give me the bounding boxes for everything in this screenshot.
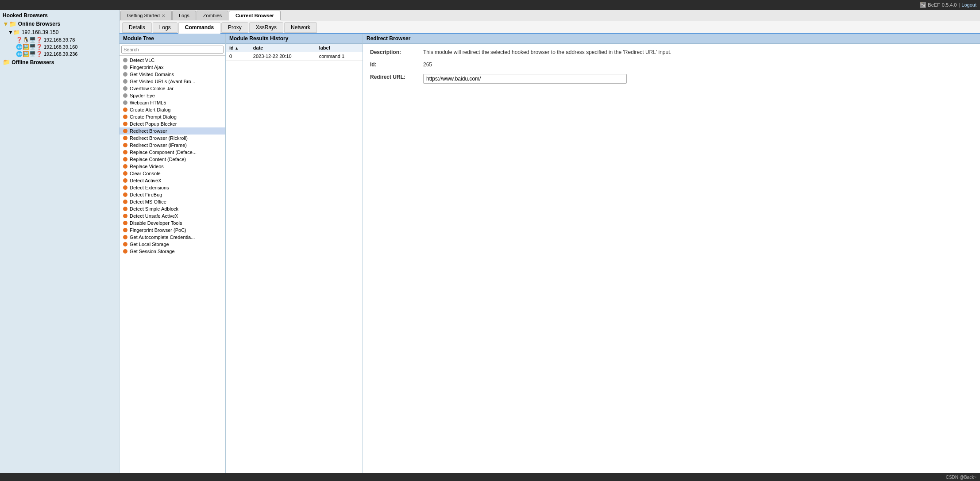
module-item-2[interactable]: Get Visited Domains <box>120 71 225 78</box>
sidebar: Hooked Browsers ▼📁 Online Browsers ▼📁 19… <box>0 10 120 473</box>
module-item-23[interactable]: Disable Developer Tools <box>120 219 225 227</box>
module-label-19: Detect FireBug <box>130 192 162 197</box>
hooked-browsers-title: Hooked Browsers <box>3 12 48 19</box>
module-dot-20 <box>123 200 127 204</box>
ip-address: 192.168.39.150 <box>22 29 58 35</box>
tab-logs[interactable]: Logs <box>172 11 196 20</box>
detail-body: Description: This module will redirect t… <box>363 44 980 95</box>
module-label-22: Detect Unsafe ActiveX <box>130 213 178 219</box>
subtab-details[interactable]: Details <box>122 22 152 33</box>
subtab-xssrays[interactable]: XssRays <box>249 22 283 33</box>
table-row-0[interactable]: 02023-12-22 20:10command 1 <box>226 52 363 61</box>
col-date[interactable]: date <box>250 44 316 52</box>
separator: | <box>958 2 960 8</box>
detail-panel: Redirect Browser Description: This modul… <box>363 34 980 473</box>
module-item-6[interactable]: Webcam HTML5 <box>120 99 225 106</box>
results-table: id date label 02023-12-22 20:10command 1 <box>226 44 363 473</box>
module-item-17[interactable]: Detect ActiveX <box>120 177 225 184</box>
module-label-8: Create Prompt Dialog <box>130 114 177 119</box>
module-dot-3 <box>123 79 127 84</box>
browser-row-2[interactable]: 🌐🖼️🖥️❓ 192.168.39.236 <box>5 50 119 58</box>
tab-zombies[interactable]: Zombies <box>197 11 228 20</box>
subtab-details-label: Details <box>129 24 145 31</box>
module-dot-9 <box>123 122 127 126</box>
module-item-1[interactable]: Fingerprint Ajax <box>120 64 225 71</box>
module-dot-5 <box>123 93 127 98</box>
browser-row-1[interactable]: 🌐🖼️🖥️❓ 192.168.39.160 <box>5 43 119 50</box>
commands-panel: Module Tree Detect VLCFingerprint AjaxGe… <box>120 34 980 473</box>
results-tbody: 02023-12-22 20:10command 1 <box>226 52 363 61</box>
module-dot-6 <box>123 100 127 105</box>
module-item-13[interactable]: Replace Component (Deface... <box>120 149 225 156</box>
tab-zombies-label: Zombies <box>203 13 222 18</box>
tab-current-browser[interactable]: Current Browser <box>229 11 281 20</box>
subtab-network[interactable]: Network <box>284 22 317 33</box>
beef-brand: BeEF <box>928 2 940 8</box>
module-item-27[interactable]: Get Session Storage <box>120 248 225 255</box>
results-data-table: id date label 02023-12-22 20:10command 1 <box>226 44 363 61</box>
search-input[interactable] <box>121 46 224 54</box>
module-label-5: Spyder Eye <box>130 93 155 98</box>
subtabbar: Details Logs Commands Proxy XssRays Netw… <box>120 20 980 34</box>
module-dot-25 <box>123 235 127 239</box>
module-label-10: Redirect Browser <box>130 128 167 134</box>
module-label-23: Disable Developer Tools <box>130 220 182 226</box>
module-item-25[interactable]: Get Autocomplete Credentia... <box>120 234 225 241</box>
module-item-21[interactable]: Detect Simple Adblock <box>120 205 225 212</box>
browser-ip-0: 192.168.39.78 <box>44 37 75 42</box>
module-item-22[interactable]: Detect Unsafe ActiveX <box>120 212 225 219</box>
module-item-12[interactable]: Redirect Browser (iFrame) <box>120 142 225 149</box>
module-item-10[interactable]: Redirect Browser <box>120 127 225 135</box>
module-item-9[interactable]: Detect Popup Blocker <box>120 120 225 127</box>
module-dot-27 <box>123 249 127 254</box>
module-item-18[interactable]: Detect Extensions <box>120 184 225 191</box>
module-item-8[interactable]: Create Prompt Dialog <box>120 113 225 120</box>
module-label-12: Redirect Browser (iFrame) <box>130 142 187 148</box>
subtab-commands[interactable]: Commands <box>178 22 220 34</box>
module-list: Detect VLCFingerprint AjaxGet Visited Do… <box>120 56 225 473</box>
module-item-20[interactable]: Detect MS Office <box>120 198 225 205</box>
module-item-7[interactable]: Create Alert Dialog <box>120 106 225 113</box>
module-item-11[interactable]: Redirect Browser (Rickroll) <box>120 135 225 142</box>
content-area: Getting Started ✕ Logs Zombies Current B… <box>120 10 980 473</box>
subtab-logs[interactable]: Logs <box>153 22 177 33</box>
col-label[interactable]: label <box>316 44 363 52</box>
module-item-24[interactable]: Fingerprint Browser (PoC) <box>120 227 225 234</box>
module-item-19[interactable]: Detect FireBug <box>120 191 225 198</box>
detail-title: Redirect Browser <box>367 35 410 42</box>
module-item-5[interactable]: Spyder Eye <box>120 92 225 99</box>
logout-link[interactable]: Logout <box>961 2 976 8</box>
browser-icon-1: 🌐🖼️🖥️❓ <box>16 44 42 50</box>
module-item-15[interactable]: Replace Videos <box>120 163 225 170</box>
tab-getting-started[interactable]: Getting Started ✕ <box>120 11 172 20</box>
module-tree-header: Module Tree <box>120 34 225 44</box>
results-header: Module Results History <box>226 34 363 44</box>
module-dot-13 <box>123 150 127 154</box>
redirect-url-input[interactable] <box>423 74 627 84</box>
module-item-4[interactable]: Overflow Cookie Jar <box>120 85 225 92</box>
cell-id-0: 0 <box>226 52 250 61</box>
module-dot-7 <box>123 108 127 112</box>
module-item-14[interactable]: Replace Content (Deface) <box>120 156 225 163</box>
folder-icon: ▼📁 <box>3 20 16 27</box>
cell-label-0: command 1 <box>316 52 363 61</box>
results-panel: Module Results History id date label <box>226 34 363 473</box>
beef-icon: 🐄 <box>920 2 926 8</box>
hooked-browsers-header[interactable]: Hooked Browsers <box>0 12 119 19</box>
module-item-26[interactable]: Get Local Storage <box>120 241 225 248</box>
tab-getting-started-close[interactable]: ✕ <box>162 13 165 18</box>
module-item-16[interactable]: Clear Console <box>120 170 225 177</box>
module-item-3[interactable]: Get Visited URLs (Avant Bro... <box>120 78 225 85</box>
module-item-0[interactable]: Detect VLC <box>120 57 225 64</box>
module-label-15: Replace Videos <box>130 164 164 169</box>
subtab-proxy[interactable]: Proxy <box>221 22 248 33</box>
module-label-7: Create Alert Dialog <box>130 107 170 112</box>
module-label-3: Get Visited URLs (Avant Bro... <box>130 79 195 84</box>
browser-row-0[interactable]: ❓🐧🖥️❓ 192.168.39.78 <box>5 36 119 43</box>
module-tree: Module Tree Detect VLCFingerprint AjaxGe… <box>120 34 226 473</box>
online-browsers-header[interactable]: ▼📁 Online Browsers <box>0 19 119 28</box>
subtab-network-label: Network <box>291 24 310 31</box>
col-id[interactable]: id <box>226 44 250 52</box>
ip-group-header[interactable]: ▼📁 192.168.39.150 <box>5 28 119 36</box>
results-thead: id date label <box>226 44 363 52</box>
